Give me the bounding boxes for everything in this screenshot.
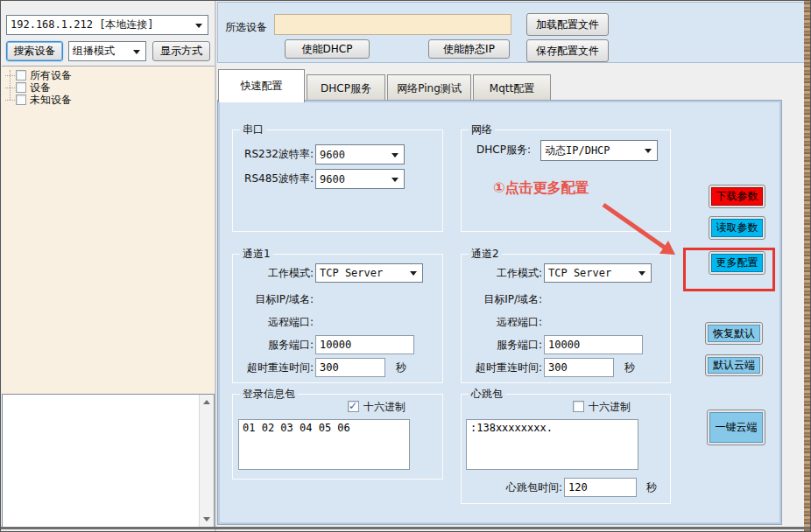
chevron-down-icon [391, 178, 398, 186]
seconds-label: 秒 [624, 361, 635, 374]
rs232-baud-value: 9600 [316, 149, 391, 161]
target-ip-label: 目标IP/域名: [235, 293, 314, 305]
display-mode-button[interactable]: 显示方式 [152, 41, 210, 61]
enable-static-ip-button[interactable]: 使能静态IP [428, 39, 510, 59]
heartbeat-time-input[interactable] [564, 478, 637, 497]
broadcast-mode-combobox[interactable]: 组播模式 [68, 41, 146, 61]
login-packet-group-title: 登录信息包 [240, 388, 298, 400]
server-port-label: 服务端口: [463, 339, 542, 351]
device-tree-panel: 所有设备 设备 未知设备 [2, 66, 215, 394]
arrow-down-icon [203, 517, 210, 525]
remote-port-label: 远程端口: [463, 316, 542, 328]
tab-mqtt-config[interactable]: Mqtt配置 [473, 74, 551, 102]
rs485-baud-value: 9600 [316, 173, 391, 186]
seconds-label: 秒 [396, 361, 406, 374]
chevron-down-icon [410, 271, 417, 279]
serial-group-title: 串口 [240, 123, 266, 136]
work-mode-value: TCP Server [316, 267, 410, 279]
annotation-step-text: ①点击更多配置 [493, 179, 589, 198]
login-packet-textarea[interactable]: 01 02 03 04 05 06 [238, 419, 410, 470]
quick-config-page: 串口 RS232波特率: 9600 RS485波特率: 9600 网络 DHCP… [218, 101, 781, 524]
tab-quick-config[interactable]: 快速配置 [218, 69, 305, 102]
search-device-button[interactable]: 搜索设备 [6, 41, 63, 61]
serial-group: 串口 RS232波特率: 9600 RS485波特率: 9600 [232, 130, 443, 232]
rs485-baud-label: RS485波特率: [236, 172, 314, 185]
timeout-label: 超时重连时间: [235, 361, 314, 374]
channel1-group: 通道1 工作模式: TCP Server 目标IP/域名: 远程端口: 服务端口… [232, 254, 443, 383]
network-group-title: 网络 [469, 123, 495, 136]
broadcast-mode-value: 组播模式 [69, 44, 133, 59]
local-ip-value: 192.168.1.212 [本地连接] [7, 18, 195, 32]
target-ip-label: 目标IP/域名: [463, 293, 542, 305]
default-cloud-button[interactable]: 默认云端 [705, 354, 763, 376]
rs232-baud-combobox[interactable]: 9600 [315, 144, 405, 164]
tree-checkbox[interactable] [16, 82, 26, 93]
login-packet-group: 登录信息包 十六进制 01 02 03 04 05 06 [232, 394, 443, 480]
chevron-down-icon [133, 50, 140, 58]
login-hex-label: 十六进制 [363, 401, 406, 413]
tree-item-label: 未知设备 [30, 93, 72, 108]
scroll-down-button[interactable] [200, 513, 214, 527]
tree-checkbox[interactable] [16, 94, 26, 105]
tree-checkbox[interactable] [16, 70, 26, 80]
chevron-down-icon [195, 24, 202, 32]
log-scrollbar[interactable] [199, 395, 214, 527]
channel2-group: 通道2 工作模式: TCP Server 目标IP/域名: 远程端口: 服务端口… [461, 254, 671, 383]
seconds-label: 秒 [646, 481, 657, 494]
selected-device-input[interactable] [274, 14, 511, 35]
app-window: 192.168.1.212 [本地连接] 搜索设备 组播模式 显示方式 所有设备… [0, 0, 811, 532]
dhcp-service-value: 动态IP/DHCP [541, 144, 645, 158]
log-listbox[interactable] [2, 394, 215, 528]
rs232-baud-label: RS232波特率: [236, 148, 314, 160]
tab-dhcp-service[interactable]: DHCP服务 [307, 74, 385, 102]
heartbeat-time-label: 心跳包时间: [483, 481, 562, 494]
work-mode-label: 工作模式: [235, 267, 314, 279]
channel2-work-mode-combobox[interactable]: TCP Server [544, 263, 652, 283]
heartbeat-group: 心跳包 十六进制 :138xxxxxxxx. 心跳包时间: 秒 [461, 394, 671, 504]
save-config-button[interactable]: 保存配置文件 [526, 39, 609, 62]
channel2-timeout-input[interactable] [544, 358, 614, 377]
chevron-down-icon [638, 271, 645, 279]
server-port-label: 服务端口: [235, 339, 314, 351]
annotation-highlight-rect [683, 248, 775, 291]
channel2-group-title: 通道2 [469, 248, 502, 260]
tab-network-ping[interactable]: 网络Ping测试 [387, 74, 471, 102]
heartbeat-textarea[interactable]: :138xxxxxxxx. [466, 419, 638, 470]
chevron-down-icon [645, 149, 652, 157]
channel1-group-title: 通道1 [240, 248, 273, 260]
channel1-server-port-input[interactable] [315, 335, 414, 354]
panel-divider [215, 1, 216, 532]
login-hex-checkbox[interactable] [348, 401, 359, 412]
heartbeat-hex-label: 十六进制 [589, 401, 631, 413]
chevron-down-icon [391, 153, 398, 161]
tree-item-unknown-devices[interactable]: 未知设备 [5, 94, 72, 106]
dhcp-service-label: DHCP服务: [476, 144, 531, 156]
dhcp-service-combobox[interactable]: 动态IP/DHCP [540, 140, 658, 161]
rs485-baud-combobox[interactable]: 9600 [315, 169, 405, 189]
desktop-edge-texture [804, 1, 810, 532]
channel2-server-port-input[interactable] [544, 335, 643, 354]
window-bottom-edge [1, 527, 811, 529]
work-mode-value: TCP Server [545, 267, 638, 279]
read-params-button[interactable]: 读取参数 [709, 216, 765, 240]
arrow-up-icon [203, 396, 210, 404]
one-key-cloud-button[interactable]: 一键云端 [707, 410, 765, 445]
selected-device-label: 所选设备 [225, 21, 267, 33]
selected-device-panel: 所选设备 加载配置文件 使能DHCP 使能静态IP 保存配置文件 [217, 2, 806, 63]
scroll-up-button[interactable] [200, 395, 214, 409]
heartbeat-hex-checkbox[interactable] [573, 401, 584, 412]
channel1-timeout-input[interactable] [315, 358, 385, 377]
channel1-work-mode-combobox[interactable]: TCP Server [315, 263, 423, 283]
enable-dhcp-button[interactable]: 使能DHCP [285, 39, 370, 59]
work-mode-label: 工作模式: [463, 267, 542, 279]
local-ip-combobox[interactable]: 192.168.1.212 [本地连接] [6, 15, 208, 35]
download-params-button[interactable]: 下载参数 [709, 185, 765, 208]
restore-default-button[interactable]: 恢复默认 [705, 322, 763, 345]
remote-port-label: 远程端口: [235, 316, 314, 328]
load-config-button[interactable]: 加载配置文件 [526, 13, 609, 36]
timeout-label: 超时重连时间: [463, 361, 542, 374]
heartbeat-group-title: 心跳包 [469, 388, 505, 400]
